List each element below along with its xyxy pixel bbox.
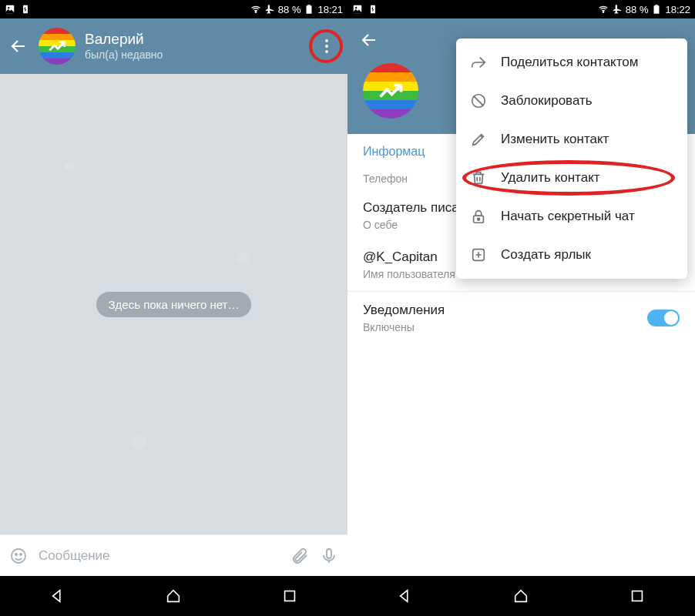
nav-back-icon[interactable] [397,588,414,604]
back-button[interactable] [8,37,29,55]
svg-point-14 [603,12,604,13]
mic-icon[interactable] [320,547,338,565]
svg-rect-5 [308,5,311,5]
nav-recents-icon[interactable] [281,588,298,604]
status-time: 18:22 [665,4,690,15]
svg-rect-4 [307,5,312,13]
svg-point-8 [20,554,22,555]
nav-bar [0,576,348,616]
notifications-row[interactable]: Уведомления Включены [348,292,695,344]
nav-home-icon[interactable] [512,588,529,604]
empty-chat-message: Здесь пока ничего нет… [96,292,252,317]
status-time: 18:21 [317,4,343,15]
block-icon [470,92,487,109]
charging-status-icon [368,4,378,15]
menu-delete-contact[interactable]: Удалить контакт [456,159,687,197]
contact-name: Валерий [85,31,163,49]
edit-icon [470,131,487,148]
chat-header: Валерий был(а) недавно [0,18,348,74]
nav-home-icon[interactable] [165,588,182,604]
svg-point-3 [255,12,257,13]
phone-right: 88 % 18:22 Информац Телефон Создатель пи… [348,0,695,616]
message-input-bar: Сообщение [0,534,348,576]
attach-icon[interactable] [290,547,309,565]
battery-icon [651,4,662,15]
contact-status: был(а) недавно [85,49,163,62]
menu-label: Изменить контакт [501,132,609,147]
menu-secret-chat[interactable]: Начать секретный чат [456,197,687,236]
avatar[interactable] [363,63,418,119]
back-button[interactable] [358,31,380,49]
menu-label: Заблокировать [501,93,593,109]
svg-rect-9 [327,549,331,558]
svg-point-1 [8,7,9,8]
menu-share-contact[interactable]: Поделиться контактом [456,43,687,82]
wifi-icon [598,4,609,15]
status-bar: 88 % 18:22 [348,0,695,18]
profile-body: Информац Телефон Создатель писать Ма О с… [348,18,695,576]
more-menu-button[interactable] [314,33,340,59]
battery-icon [304,4,314,15]
trash-icon [470,169,487,186]
svg-point-12 [355,7,357,8]
notif-value: Включены [363,321,445,333]
menu-edit-contact[interactable]: Изменить контакт [456,120,687,159]
svg-point-7 [15,554,17,555]
battery-percent: 88 % [278,4,301,15]
shortcut-icon [470,246,487,263]
svg-point-6 [12,549,25,563]
battery-percent: 88 % [626,4,649,15]
menu-create-shortcut[interactable]: Создать ярлык [456,236,687,274]
menu-label: Начать секретный чат [501,209,635,224]
avatar[interactable] [39,28,76,65]
context-menu: Поделиться контактом Заблокировать Измен… [456,38,687,279]
menu-label: Создать ярлык [501,247,591,263]
svg-rect-10 [284,591,294,601]
airplane-icon [264,4,275,15]
lock-icon [470,208,487,225]
wifi-icon [250,4,261,15]
gallery-status-icon [5,4,15,15]
svg-rect-16 [656,5,659,5]
menu-label: Удалить контакт [501,170,600,186]
nav-bar [348,576,695,616]
status-bar: 88 % 18:21 [0,0,348,18]
share-icon [470,54,487,71]
nav-back-icon[interactable] [49,588,66,604]
notifications-toggle[interactable] [647,310,680,326]
svg-point-19 [478,218,480,220]
message-input[interactable]: Сообщение [39,548,280,564]
notif-title: Уведомления [363,303,445,318]
svg-rect-21 [632,591,642,601]
gallery-status-icon [352,4,363,15]
airplane-icon [612,4,623,15]
phone-left: 88 % 18:21 Валерий был(а) недавно Здесь … [0,0,348,616]
emoji-icon[interactable] [9,547,28,565]
nav-recents-icon[interactable] [629,588,646,604]
svg-rect-15 [654,5,660,13]
menu-label: Поделиться контактом [501,55,638,70]
menu-block[interactable]: Заблокировать [456,82,687,120]
chat-body: Здесь пока ничего нет… [0,74,348,534]
charging-status-icon [20,4,31,15]
